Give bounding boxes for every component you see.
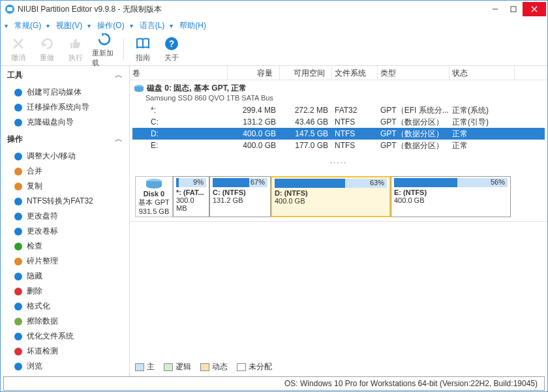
sidebar-op-format[interactable]: 格式化 xyxy=(1,299,129,314)
sidebar-item-label: 隐藏 xyxy=(27,271,42,282)
sidebar-item-label: 查看属性 xyxy=(27,376,58,376)
sidebar-op-surface[interactable]: 坏道检测 xyxy=(1,344,129,359)
sidebar-tool-clone[interactable]: 克隆磁盘向导 xyxy=(1,115,129,130)
legend-logical: 逻辑 xyxy=(164,361,191,372)
minimize-button[interactable] xyxy=(486,2,504,16)
svg-point-21 xyxy=(14,303,22,310)
ops-header-label: 操作 xyxy=(7,134,23,145)
sidebar-op-defrag[interactable]: 碎片整理 xyxy=(1,254,129,269)
partition-size: 131.2 GB xyxy=(213,196,267,204)
maximize-button[interactable] xyxy=(504,2,523,16)
table-row[interactable]: C: 131.2 GB 43.46 GB NTFS GPT（数据分区） 正常(引… xyxy=(132,116,545,128)
menu-language[interactable]: 语言(L) xyxy=(136,19,169,33)
menu-general[interactable]: 常规(G) xyxy=(10,19,45,33)
chevron-down-icon: ▾ xyxy=(87,22,91,29)
disk-group: 磁盘 0: 固态, 基本 GPT, 正常 Samsung SSD 860 QVO… xyxy=(130,80,547,151)
sidebar-op-resize[interactable]: 调整大小/移动 xyxy=(1,149,129,164)
clone-icon xyxy=(14,118,23,127)
partition-block[interactable]: 63% D: (NTFS) 400.0 GB xyxy=(271,176,391,217)
main-panel: 卷 容量 可用空间 文件系统 类型 状态 磁盘 0: 固态, 基本 GPT, 正… xyxy=(130,66,547,376)
svg-point-13 xyxy=(14,183,22,190)
partition-name: E: (NTFS) xyxy=(394,188,508,196)
sidebar-op-hide[interactable]: 隐藏 xyxy=(1,269,129,284)
partition-name: *: (FAT... xyxy=(176,188,206,196)
menu-help[interactable]: 帮助(H) xyxy=(175,19,210,33)
hide-icon xyxy=(14,272,23,281)
separator-dots: ····· xyxy=(130,151,547,173)
window-title: NIUBI Partition Editor v9.9.8 - 无限制版本 xyxy=(18,4,486,15)
col-type[interactable]: 类型 xyxy=(378,66,449,80)
resize-icon xyxy=(14,152,23,161)
sidebar-op-browse[interactable]: 浏览 xyxy=(1,359,129,374)
redo-icon xyxy=(39,36,55,52)
sidebar-op-merge[interactable]: 合并 xyxy=(1,164,129,179)
svg-rect-1 xyxy=(7,7,12,11)
disk-title-label: 磁盘 0: 固态, 基本 GPT, 正常 xyxy=(147,83,247,94)
svg-point-22 xyxy=(14,318,22,325)
question-icon: ? xyxy=(164,36,179,52)
reload-button[interactable]: 重新加载 xyxy=(92,31,117,68)
sidebar-header-ops: 操作 ︿ xyxy=(1,130,129,149)
thumbsup-icon xyxy=(68,36,84,52)
disk-map-label[interactable]: Disk 0 基本 GPT 931.5 GB xyxy=(135,176,173,217)
undo-icon xyxy=(10,36,26,52)
apply-button[interactable]: 执行 xyxy=(63,36,88,63)
legend: 主 逻辑 动态 未分配 xyxy=(130,357,547,376)
undo-label: 撤消 xyxy=(11,53,25,63)
about-button[interactable]: ? 关于 xyxy=(159,36,184,63)
guide-button[interactable]: 指南 xyxy=(130,36,155,63)
menu-operation[interactable]: 操作(O) xyxy=(93,19,128,33)
partition-block[interactable]: 67% C: (NTFS) 131.2 GB xyxy=(209,176,271,217)
wizard-icon xyxy=(14,103,23,112)
svg-line-5 xyxy=(532,7,537,12)
sidebar-op-props[interactable]: 查看属性 xyxy=(1,374,129,376)
sidebar-op-wipe[interactable]: 擦除数据 xyxy=(1,314,129,329)
sidebar-op-label[interactable]: 更改卷标 xyxy=(1,224,129,239)
col-volume[interactable]: 卷 xyxy=(130,66,228,80)
statusbar: OS: Windows 10 Pro for Workstations 64-b… xyxy=(3,376,545,391)
svg-point-9 xyxy=(14,104,22,112)
disk-title[interactable]: 磁盘 0: 固态, 基本 GPT, 正常 xyxy=(132,82,545,94)
list-header: 卷 容量 可用空间 文件系统 类型 状态 xyxy=(130,66,547,80)
table-row[interactable]: *: 299.4 MB 272.2 MB FAT32 GPT（EFI 系统分..… xyxy=(132,104,545,116)
collapse-icon[interactable]: ︿ xyxy=(115,70,123,81)
partition-block[interactable]: 56% E: (NTFS) 400.0 GB xyxy=(391,176,511,217)
redo-button[interactable]: 重做 xyxy=(35,36,59,63)
svg-point-12 xyxy=(14,168,22,175)
merge-icon xyxy=(14,167,23,176)
partition-block[interactable]: 9% *: (FAT... 300.0 MB xyxy=(173,176,209,217)
sidebar-op-convert[interactable]: NTFS转换为FAT32 xyxy=(1,194,129,209)
media-icon xyxy=(14,88,23,97)
table-row[interactable]: E: 400.0 GB 177.0 GB NTFS GPT（数据分区） 正常 xyxy=(132,140,545,151)
sidebar-header-tools: 工具 ︿ xyxy=(1,66,129,85)
partition-size: 400.0 GB xyxy=(394,196,508,204)
sidebar-item-label: 删除 xyxy=(27,286,42,297)
table-row[interactable]: D: 400.0 GB 147.5 GB NTFS GPT（数据分区） 正常 xyxy=(132,128,545,140)
undo-button[interactable]: 撤消 xyxy=(6,36,31,63)
menu-view[interactable]: 视图(V) xyxy=(52,19,86,33)
chevron-down-icon: ▾ xyxy=(5,22,8,29)
sidebar-op-letter[interactable]: 更改盘符 xyxy=(1,209,129,224)
col-capacity[interactable]: 容量 xyxy=(228,66,280,80)
sidebar-item-label: 更改盘符 xyxy=(27,211,58,222)
toolbar: 撤消 重做 执行 重新加载 指南 ? 关于 xyxy=(1,33,547,66)
convert-icon xyxy=(14,197,23,206)
sidebar-op-delete[interactable]: 删除 xyxy=(1,284,129,299)
sidebar-tool-media[interactable]: 创建可启动媒体 xyxy=(1,85,129,100)
label-icon xyxy=(14,227,23,236)
sidebar-op-check[interactable]: 检查 xyxy=(1,239,129,254)
sidebar-op-opt[interactable]: 优化文件系统 xyxy=(1,329,129,344)
sidebar-op-copy[interactable]: 复制 xyxy=(1,179,129,194)
col-fs[interactable]: 文件系统 xyxy=(332,66,378,80)
collapse-icon[interactable]: ︿ xyxy=(115,134,123,145)
col-status[interactable]: 状态 xyxy=(449,66,515,80)
sidebar-item-label: 更改卷标 xyxy=(27,226,58,237)
sidebar-tool-wizard[interactable]: 迁移操作系统向导 xyxy=(1,100,129,115)
col-free[interactable]: 可用空间 xyxy=(280,66,332,80)
sidebar-item-label: 调整大小/移动 xyxy=(27,151,76,162)
svg-point-17 xyxy=(14,243,22,250)
close-button[interactable] xyxy=(523,2,546,16)
sidebar-item-label: 克隆磁盘向导 xyxy=(27,117,74,128)
format-icon xyxy=(14,302,23,311)
chevron-down-icon: ▾ xyxy=(130,22,133,29)
